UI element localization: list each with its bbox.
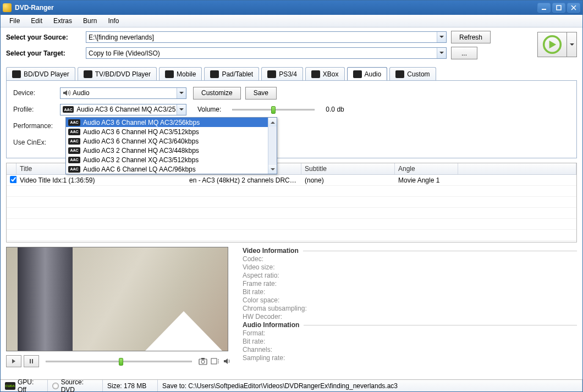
cinex-label: Use CinEx: — [13, 139, 60, 146]
row-angle: Movie Angle 1 — [395, 176, 458, 184]
menu-extras[interactable]: Extras — [48, 15, 78, 26]
close-button[interactable] — [567, 3, 580, 13]
device-icon — [395, 70, 404, 78]
preview-area — [6, 247, 233, 379]
audio-icon[interactable] — [222, 356, 233, 366]
scroll-up-icon[interactable] — [268, 118, 277, 126]
chevron-down-icon[interactable] — [177, 104, 186, 115]
chapters-icon[interactable] — [210, 356, 221, 366]
slider-thumb[interactable] — [119, 358, 123, 366]
performance-label: Performance: — [13, 122, 60, 130]
device-icon — [12, 70, 21, 78]
menubar: File Edit Extras Burn Info — [1, 15, 582, 27]
col-angle[interactable]: Angle — [395, 163, 458, 174]
device-icon — [353, 70, 362, 78]
slider-thumb[interactable] — [271, 106, 276, 114]
profile-option[interactable]: AACAudio AC3 6 Channel XQ AC3/640kbps — [66, 136, 277, 146]
tab-mobile[interactable]: Mobile — [159, 67, 202, 80]
col-spacer — [458, 163, 576, 174]
video-preview[interactable] — [6, 247, 228, 351]
window-title: DVD-Ranger — [15, 4, 536, 12]
chevron-down-icon[interactable] — [437, 32, 446, 42]
gpu-status: GPU: Off — [18, 378, 43, 393]
row-checkbox[interactable] — [10, 176, 16, 183]
browse-button[interactable]: ... — [451, 47, 477, 59]
device-icon — [165, 70, 174, 78]
volume-label: Volume: — [197, 106, 221, 113]
profile-value: Audio AC3 6 Channel MQ AC3/256kbps — [76, 106, 184, 113]
source-status: Source: DVD — [61, 378, 98, 393]
status-bar: CUDAGPU: Off Source: DVD Size: 178 MB Sa… — [1, 379, 582, 391]
format-label: Format: — [243, 329, 577, 337]
device-icon — [84, 70, 92, 78]
menu-info[interactable]: Info — [102, 15, 124, 26]
pause-button[interactable] — [24, 355, 39, 367]
tab-pad-tablet[interactable]: Pad/Tablet — [204, 67, 259, 80]
chevron-down-icon[interactable] — [437, 48, 446, 58]
source-combo[interactable]: E:\[finding neverlands] — [86, 31, 447, 43]
profile-option[interactable]: AACAudio AC3 2 Channel XQ AC3/512kbps — [66, 155, 277, 164]
menu-burn[interactable]: Burn — [78, 15, 102, 26]
tab-xbox[interactable]: XBox — [305, 67, 345, 80]
play-button[interactable] — [6, 355, 21, 367]
svg-rect-6 — [32, 359, 33, 363]
info-panel: Video Information Codec: Video size: Asp… — [243, 247, 577, 379]
volume-slider[interactable] — [232, 105, 315, 114]
profile-label: Profile: — [13, 106, 60, 113]
aac-badge-icon: AAC — [68, 166, 80, 173]
minimize-button[interactable] — [537, 3, 551, 13]
tab-audio[interactable]: Audio — [347, 67, 388, 80]
target-combo[interactable]: Copy to File (Video/ISO) — [86, 47, 447, 59]
svg-rect-5 — [30, 359, 31, 363]
tab-ps34[interactable]: PS3/4 — [261, 67, 303, 80]
tab-custom[interactable]: Custom — [389, 67, 436, 80]
source-value: E:\[finding neverlands] — [89, 34, 154, 41]
refresh-button[interactable]: Refresh — [451, 31, 491, 43]
svg-rect-1 — [557, 5, 561, 10]
title-grid: Title Language Subtitle Angle Video Titl… — [6, 163, 577, 242]
device-tabs: BD/DVD Player TV/BD/DVD Player Mobile Pa… — [1, 65, 582, 80]
device-value: Audio — [73, 89, 90, 97]
size-status: Size: 178 MB — [107, 382, 146, 390]
row-subtitle: (none) — [301, 176, 395, 184]
start-dropdown[interactable] — [567, 32, 577, 57]
device-combo[interactable]: Audio — [60, 87, 186, 99]
menu-file[interactable]: File — [4, 15, 25, 26]
speaker-icon — [63, 89, 70, 97]
codec-label: Codec: — [243, 255, 577, 263]
row-language: en - AC3 (48kHz) 2 channels DRC (title .… — [186, 176, 301, 184]
profile-option[interactable]: AACAudio AC3 2 Channel HQ AC3/448kbps — [66, 146, 277, 155]
app-logo-icon — [3, 3, 12, 12]
table-row[interactable]: Video Title Idx:1 (1:36:59) en - AC3 (48… — [7, 175, 576, 186]
save-path-status: Save to: C:\Users\SoftpediaEditor\Videos… — [162, 382, 398, 390]
chevron-down-icon[interactable] — [177, 88, 186, 98]
start-button[interactable] — [537, 32, 567, 57]
channels-label: Channels: — [243, 346, 577, 354]
seek-slider[interactable] — [46, 357, 192, 366]
maximize-button[interactable] — [552, 3, 565, 13]
svg-rect-10 — [211, 358, 217, 364]
disc-icon — [52, 383, 59, 389]
customize-button[interactable]: Customize — [193, 87, 241, 100]
profile-option[interactable]: AACAudio AC3 6 Channel MQ AC3/256kbps — [66, 118, 277, 127]
profile-option[interactable]: AACAudio AC3 6 Channel HQ AC3/512kbps — [66, 127, 277, 136]
tab-bd-dvd-player[interactable]: BD/DVD Player — [6, 67, 75, 80]
target-value: Copy to File (Video/ISO) — [89, 49, 160, 57]
profile-option[interactable]: AACAudio AAC 6 Channel LQ AAC/96kbps — [66, 164, 277, 174]
col-subtitle[interactable]: Subtitle — [301, 163, 395, 174]
tab-tv-bd-dvd-player[interactable]: TV/BD/DVD Player — [78, 67, 157, 80]
save-button[interactable]: Save — [245, 87, 277, 100]
srate-label: Sampling rate: — [243, 354, 577, 362]
colorspace-label: Color space: — [243, 296, 577, 304]
profile-combo[interactable]: AAC Audio AC3 6 Channel MQ AC3/256kbps — [60, 104, 186, 115]
scrollbar[interactable] — [268, 118, 277, 174]
svg-point-8 — [201, 360, 205, 363]
aac-badge-icon: AAC — [68, 138, 80, 145]
profile-dropdown-list[interactable]: AACAudio AC3 6 Channel MQ AC3/256kbps AA… — [65, 117, 277, 174]
device-icon — [311, 70, 320, 78]
menu-edit[interactable]: Edit — [25, 15, 48, 26]
col-check[interactable] — [7, 163, 16, 174]
snapshot-icon[interactable] — [197, 356, 208, 366]
scroll-down-icon[interactable] — [268, 165, 277, 174]
chroma-label: Chroma subsampling: — [243, 305, 577, 312]
